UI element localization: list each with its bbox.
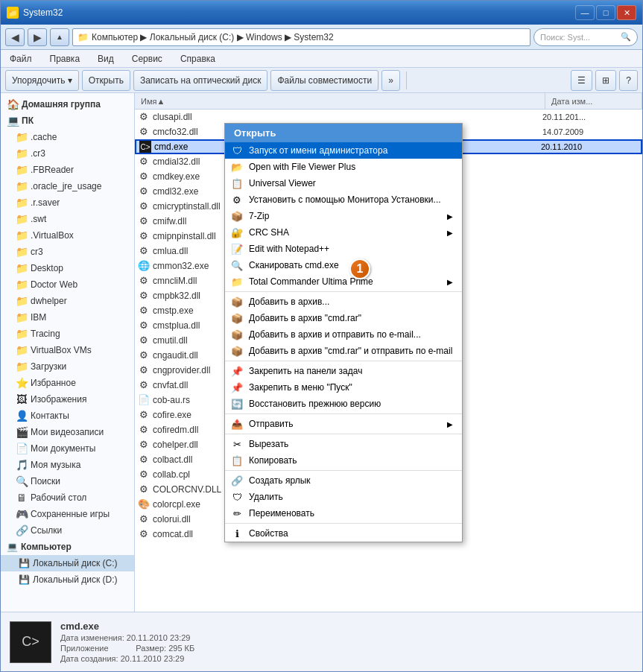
ctx-copy[interactable]: 📋 Копировать [225, 452, 462, 469]
minimize-button[interactable]: — [575, 5, 595, 20]
compat-button[interactable]: Файлы совместимости [270, 70, 378, 91]
sidebar-item-links[interactable]: 🔗 Ссылки [1, 522, 134, 539]
sidebar-item-downloads[interactable]: 📁 Загрузки [1, 358, 134, 375]
ctx-delete[interactable]: 🛡 Удалить [225, 489, 462, 505]
vboxvms-label: VirtualBox VMs [31, 345, 92, 355]
sidebar-pc[interactable]: 💻 ПК [1, 112, 134, 129]
menu-file[interactable]: Файл [7, 52, 35, 66]
back-button[interactable]: ◀ [5, 28, 25, 46]
ctx-open-viewer[interactable]: 📂 Open with File Viewer Plus [225, 159, 462, 175]
start-pin-icon: 📌 [231, 381, 243, 393]
sidebar-drive-d[interactable]: 💾 Локальный диск (D:) [1, 571, 134, 588]
up-button[interactable]: ▲ [50, 28, 69, 46]
sidebar-item-favorites[interactable]: ⭐ Избранное [1, 375, 134, 391]
sidebar-item-vboxvms[interactable]: 📁 VirtualBox VMs [1, 342, 134, 358]
ctx-copy-label: Копировать [249, 455, 297, 466]
organize-button[interactable]: Упорядочить ▾ [5, 70, 79, 91]
sidebar-item-swt[interactable]: 📁 .swt [1, 211, 134, 227]
sidebar-item-videos[interactable]: 🎬 Мои видеозаписи [1, 424, 134, 440]
ctx-run-as-admin[interactable]: 🛡 Запуск от имени администратора [225, 142, 462, 159]
sidebar-item-dwhelper[interactable]: 📁 dwhelper [1, 293, 134, 309]
open-button[interactable]: Открыть [82, 70, 130, 91]
close-button[interactable]: ✕ [617, 5, 636, 20]
desktop-label: Desktop [31, 263, 63, 273]
sidebar-drive-c[interactable]: 💾 Локальный диск (C:) [1, 555, 134, 571]
ctx-pin-taskbar[interactable]: 📌 Закрепить на панели задач [225, 363, 462, 379]
sidebar-item-doctorweb[interactable]: 📁 Doctor Web [1, 276, 134, 293]
sidebar-item-searches[interactable]: 🔍 Поиски [1, 473, 134, 489]
forward-button[interactable]: ▶ [28, 28, 47, 46]
drive-d-icon: 💾 [19, 574, 30, 585]
ctx-add-rar[interactable]: 📦 Добавить в архив "cmd.rar" [225, 310, 462, 326]
size-value: 295 КБ [168, 644, 194, 653]
sidebar-item-music[interactable]: 🎵 Моя музыка [1, 457, 134, 473]
menu-edit[interactable]: Правка [47, 52, 83, 66]
search-box[interactable]: Поиск: Syst... 🔍 [533, 28, 638, 46]
fbreader-label: .FBReader [31, 165, 74, 175]
sidebar-item-cr3b[interactable]: 📁 cr3 [1, 244, 134, 260]
window-icon: 📁 [7, 7, 19, 19]
notepad-icon: 📝 [231, 243, 243, 255]
sidebar-computer[interactable]: 💻 Компьютер [1, 539, 134, 555]
sidebar-item-cr3a[interactable]: 📁 .cr3 [1, 145, 134, 162]
sidebar-item-oracle[interactable]: 📁 .oracle_jre_usage [1, 178, 134, 194]
ctx-run-as-admin-label: Запуск от имени администратора [249, 145, 387, 156]
context-menu-overlay: Открыть 🛡 Запуск от имени администратора… [135, 93, 642, 612]
sidebar-item-fbreader[interactable]: 📁 .FBReader [1, 162, 134, 178]
sidebar-item-cache[interactable]: 📁 .cache [1, 129, 134, 145]
sidebar-homegroup[interactable]: 🏠 Домашняя группа [1, 96, 134, 112]
ctx-7zip[interactable]: 📦 7-Zip ▶ [225, 208, 462, 224]
ctx-sep-4 [225, 434, 462, 434]
folder-music-icon: 🎵 [16, 459, 28, 471]
folder-videos-icon: 🎬 [16, 426, 28, 438]
sidebar-item-tracing[interactable]: 📁 Tracing [1, 326, 134, 342]
window-title: System32 [23, 7, 571, 18]
sidebar-item-workdesk[interactable]: 🖥 Рабочий стол [1, 489, 134, 506]
doctorweb-label: Doctor Web [31, 279, 77, 290]
ctx-add-email[interactable]: 📦 Добавить в архив и отправить по e-mail… [225, 326, 462, 343]
ctx-notepadpp-label: Edit with Notepad++ [249, 244, 329, 254]
ctx-cut[interactable]: ✂ Вырезать [225, 436, 462, 452]
ctx-properties[interactable]: ℹ Свойства [225, 525, 462, 542]
ctx-pin-start[interactable]: 📌 Закрепить в меню "Пуск" [225, 379, 462, 396]
sidebar-item-contacts[interactable]: 👤 Контакты [1, 408, 134, 424]
menu-view[interactable]: Вид [95, 52, 117, 66]
sidebar-item-virtualbox[interactable]: 📁 .VirtualBox [1, 227, 134, 244]
ctx-add-archive[interactable]: 📦 Добавить в архив... [225, 294, 462, 310]
sidebar-item-savedgames[interactable]: 🎮 Сохраненные игры [1, 506, 134, 522]
sidebar-item-ibm[interactable]: 📁 IBM [1, 309, 134, 326]
ctx-rename[interactable]: ✏ Переименовать [225, 505, 462, 522]
burn-button[interactable]: Записать на оптический диск [133, 70, 268, 91]
more-button[interactable]: » [381, 70, 400, 91]
ctx-total-commander[interactable]: 📁 Total Commander Ultima Prime ▶ [225, 273, 462, 290]
ctx-restore-version[interactable]: 🔄 Восстановить прежнюю версию [225, 396, 462, 412]
folder-virtualbox-icon: 📁 [16, 229, 28, 241]
address-path[interactable]: 📁 Компьютер ▶ Локальный диск (C:) ▶ Wind… [72, 28, 530, 46]
menu-help[interactable]: Справка [177, 52, 218, 66]
rename-icon: ✏ [231, 507, 243, 519]
sidebar-item-images[interactable]: 🖼 Изображения [1, 391, 134, 408]
ctx-add-rar-label: Добавить в архив "cmd.rar" [249, 313, 361, 323]
sidebar-item-documents[interactable]: 📄 Мои документы [1, 440, 134, 457]
ctx-universal-viewer[interactable]: 📋 Universal Viewer [225, 175, 462, 191]
ctx-notepadpp[interactable]: 📝 Edit with Notepad++ [225, 241, 462, 257]
ctx-add-archive-label: Добавить в архив... [249, 297, 329, 307]
status-date-created: Дата создания: 20.11.2010 23:29 [60, 654, 194, 663]
sidebar-item-desktop[interactable]: 📁 Desktop [1, 260, 134, 276]
view-details-button[interactable]: ☰ [571, 70, 592, 91]
menu-service[interactable]: Сервис [129, 52, 165, 66]
sidebar-item-rsaver[interactable]: 📁 .r.saver [1, 194, 134, 211]
help-button[interactable]: ? [619, 70, 638, 91]
ctx-scan[interactable]: 🔍 Сканировать cmd.exe [225, 257, 462, 273]
ctx-create-shortcut[interactable]: 🔗 Создать ярлык [225, 472, 462, 489]
view-toggle-button[interactable]: ⊞ [595, 70, 616, 91]
ctx-add-rar-email[interactable]: 📦 Добавить в архив "cmd.rar" и отправить… [225, 343, 462, 359]
ctx-install-monitor[interactable]: ⚙ Установить с помощью Монитора Установк… [225, 191, 462, 208]
ctx-crcsha[interactable]: 🔐 CRC SHA ▶ [225, 224, 462, 241]
ctx-pin-start-label: Закрепить в меню "Пуск" [249, 382, 352, 393]
documents-label: Мои документы [31, 443, 95, 454]
maximize-button[interactable]: □ [596, 5, 615, 20]
folder-ibm-icon: 📁 [16, 311, 28, 323]
ctx-send-to[interactable]: 📤 Отправить ▶ [225, 416, 462, 432]
videos-label: Мои видеозаписи [31, 427, 104, 437]
